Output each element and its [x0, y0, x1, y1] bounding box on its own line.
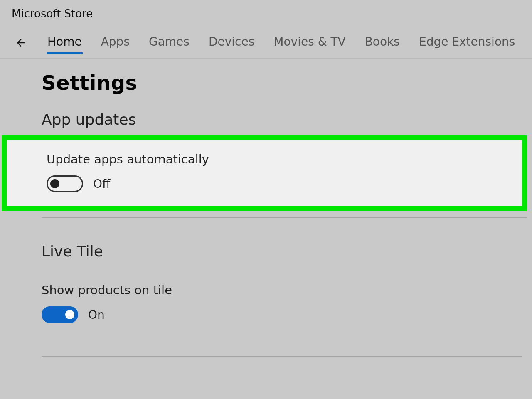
toggle-knob-icon — [65, 310, 74, 319]
setting-label-show-products: Show products on tile — [42, 283, 527, 297]
nav-tab-edge-extensions[interactable]: Edge Extensions — [418, 32, 516, 54]
section-header-live-tile: Live Tile — [42, 243, 527, 260]
toggle-update-apps[interactable] — [47, 175, 83, 192]
toggle-row-show-products: On — [42, 306, 527, 323]
nav-tab-movies-tv[interactable]: Movies & TV — [273, 32, 346, 54]
top-nav: Home Apps Games Devices Movies & TV Book… — [0, 24, 532, 59]
section-divider — [42, 356, 522, 357]
nav-tab-devices[interactable]: Devices — [208, 32, 255, 54]
settings-content: Settings App updates Update apps automat… — [0, 59, 532, 357]
nav-tab-apps[interactable]: Apps — [100, 32, 131, 54]
section-divider — [42, 217, 527, 218]
page-title: Settings — [42, 71, 532, 94]
app-title: Microsoft Store — [0, 0, 532, 24]
back-button[interactable] — [12, 34, 29, 51]
toggle-show-products[interactable] — [42, 306, 78, 323]
nav-tab-books[interactable]: Books — [364, 32, 401, 54]
nav-tab-home[interactable]: Home — [47, 32, 83, 54]
section-header-app-updates: App updates — [42, 111, 532, 128]
back-arrow-icon — [15, 37, 27, 49]
setting-label-update-apps: Update apps automatically — [47, 152, 522, 166]
toggle-row-update-apps: Off — [47, 175, 522, 192]
toggle-state-show-products: On — [88, 308, 105, 322]
toggle-knob-icon — [50, 179, 59, 188]
toggle-state-update-apps: Off — [93, 177, 110, 191]
section-live-tile: Live Tile Show products on tile On — [42, 243, 532, 357]
nav-tab-games[interactable]: Games — [148, 32, 190, 54]
highlighted-setting-app-updates: Update apps automatically Off — [2, 135, 527, 211]
